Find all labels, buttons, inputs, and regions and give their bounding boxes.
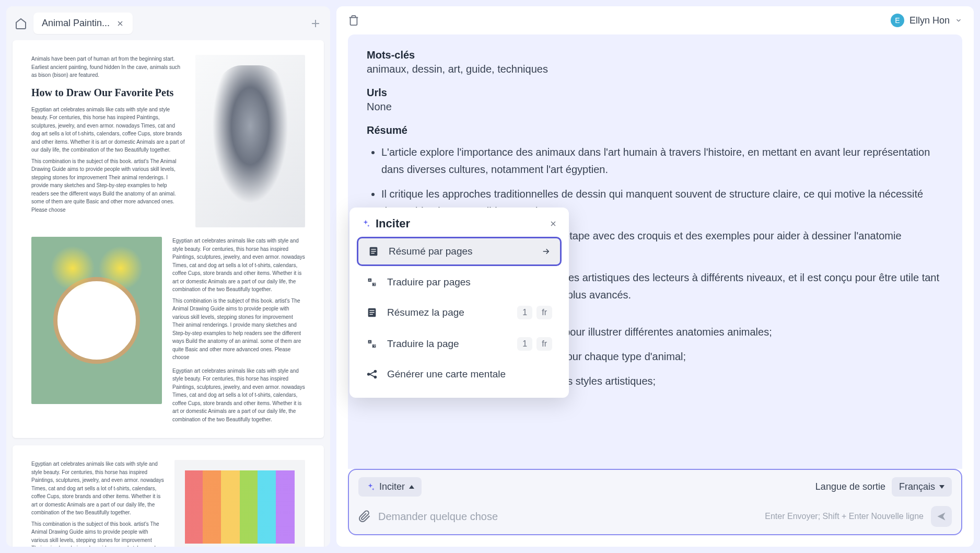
svg-rect-3 xyxy=(371,253,374,254)
chat-hint: Enter Envoyer; Shift + Enter Nouvelle li… xyxy=(765,512,924,521)
document-panel: Animal Paintin... Animals have been part… xyxy=(6,6,330,547)
svg-rect-1 xyxy=(371,249,376,249)
chat-text-input[interactable] xyxy=(378,511,757,523)
sparkle-icon xyxy=(366,482,375,492)
inciter-label: Inciter xyxy=(379,481,405,492)
keywords-value: animaux, dessin, art, guide, techniques xyxy=(367,63,943,75)
popup-item-label: Résumé par pages xyxy=(389,246,473,257)
page-2-para-2: This combination is the subject of this … xyxy=(31,520,164,547)
top-bar: E Ellyn Hon xyxy=(336,6,974,34)
add-tab-icon[interactable] xyxy=(309,17,322,30)
avatar: E xyxy=(891,14,904,27)
keywords-label: Mots-clés xyxy=(367,49,943,61)
resume-label: Résumé xyxy=(367,124,943,136)
mindmap-icon xyxy=(366,368,378,380)
page-1: Animals have been part of human art from… xyxy=(13,40,324,438)
user-menu[interactable]: E Ellyn Hon xyxy=(891,14,962,27)
lang-badge: fr xyxy=(536,306,552,319)
document-icon xyxy=(368,246,379,257)
page-1-illustration-embroidery xyxy=(31,237,162,404)
page-para-1: Egyptian art celebrates animals like cat… xyxy=(31,106,185,154)
svg-text:文: 文 xyxy=(373,344,376,348)
sparkle-icon xyxy=(361,219,370,228)
document-tab[interactable]: Animal Paintin... xyxy=(33,13,133,34)
chevron-down-icon xyxy=(955,17,962,24)
popup-item-traduire-par-pages[interactable]: A文 Traduire par pages xyxy=(357,269,562,295)
popup-item-generer-carte-mentale[interactable]: Générer une carte mentale xyxy=(357,361,562,387)
urls-value: None xyxy=(367,101,943,113)
page-para-4: This combination is the subject of this … xyxy=(172,297,305,362)
tab-title: Animal Paintin... xyxy=(42,18,110,29)
popup-item-resumez-la-page[interactable]: Résumez la page 1 fr xyxy=(357,298,562,327)
svg-point-14 xyxy=(375,376,377,378)
urls-label: Urls xyxy=(367,87,943,99)
page-para-3: Egyptian art celebrates animals like cat… xyxy=(172,237,305,294)
popup-item-resume-par-pages[interactable]: Résumé par pages xyxy=(357,237,562,266)
popup-item-badges: 1 fr xyxy=(517,306,552,319)
page-2-illustration-watercolors xyxy=(174,460,305,547)
send-button[interactable] xyxy=(931,506,952,527)
page-1-illustration-dog xyxy=(195,55,305,227)
svg-text:A: A xyxy=(369,340,371,343)
user-name: Ellyn Hon xyxy=(909,15,950,26)
inciter-popup: Inciter Résumé par pages A文 Traduire par… xyxy=(349,208,569,398)
popup-item-label: Traduire la page xyxy=(387,338,459,350)
svg-text:文: 文 xyxy=(373,282,376,286)
popup-item-label: Traduire par pages xyxy=(387,276,471,288)
attachment-icon[interactable] xyxy=(358,510,371,523)
lang-badge: fr xyxy=(536,337,552,351)
chat-input-container: Inciter Langue de sortie Français Enter … xyxy=(348,469,962,535)
popup-item-badges: 1 fr xyxy=(517,337,552,351)
inciter-dropdown-trigger[interactable]: Inciter xyxy=(358,477,422,497)
send-icon xyxy=(936,511,947,522)
document-preview-scroll[interactable]: Animals have been part of human art from… xyxy=(6,40,330,547)
popup-item-label: Résumez la page xyxy=(387,307,464,318)
triangle-up-icon xyxy=(409,485,414,489)
svg-rect-7 xyxy=(369,310,374,310)
triangle-down-icon xyxy=(939,485,944,489)
popup-title: Inciter xyxy=(376,217,410,231)
svg-rect-9 xyxy=(369,314,372,315)
popup-close-icon[interactable] xyxy=(549,220,557,228)
popup-item-label: Générer une carte mentale xyxy=(387,368,506,380)
page-1-text-col: Animals have been part of human art from… xyxy=(31,55,185,227)
svg-rect-2 xyxy=(371,251,376,251)
page-2: Egyptian art celebrates animals like cat… xyxy=(13,445,324,547)
page-badge: 1 xyxy=(517,306,532,319)
popup-header: Inciter xyxy=(357,217,562,237)
translate-icon: A文 xyxy=(366,276,378,288)
trash-icon[interactable] xyxy=(348,15,359,26)
page-para-2: This combination is the subject of this … xyxy=(31,157,185,214)
home-icon[interactable] xyxy=(15,17,27,30)
svg-point-13 xyxy=(375,371,377,373)
svg-text:A: A xyxy=(369,279,371,282)
tab-bar: Animal Paintin... xyxy=(6,6,330,40)
translate-icon: A文 xyxy=(366,338,378,350)
arrow-right-icon xyxy=(541,247,551,256)
chat-input-row: Enter Envoyer; Shift + Enter Nouvelle li… xyxy=(358,506,952,527)
close-tab-icon[interactable] xyxy=(116,19,124,28)
page-1-text-col-2: Egyptian art celebrates animals like cat… xyxy=(172,237,305,423)
popup-item-traduire-la-page[interactable]: A文 Traduire la page 1 fr xyxy=(357,330,562,358)
page-para-5: Egyptian art celebrates animals like cat… xyxy=(172,367,305,424)
page-2-text-col: Egyptian art celebrates animals like cat… xyxy=(31,460,164,547)
svg-rect-8 xyxy=(369,312,374,313)
summary-item: L'article explore l'importance des anima… xyxy=(381,144,943,178)
document-icon xyxy=(366,307,378,318)
chat-input-controls: Inciter Langue de sortie Français xyxy=(358,477,952,497)
output-language-value: Français xyxy=(899,481,935,492)
page-badge: 1 xyxy=(517,337,532,351)
svg-point-12 xyxy=(368,373,370,375)
page-heading: How to Draw Our Favorite Pets xyxy=(31,86,185,99)
output-language-label: Langue de sortie xyxy=(815,481,885,492)
output-language-select[interactable]: Français xyxy=(892,477,952,497)
page-intro: Animals have been part of human art from… xyxy=(31,55,185,79)
page-2-para-1: Egyptian art celebrates animals like cat… xyxy=(31,460,164,517)
